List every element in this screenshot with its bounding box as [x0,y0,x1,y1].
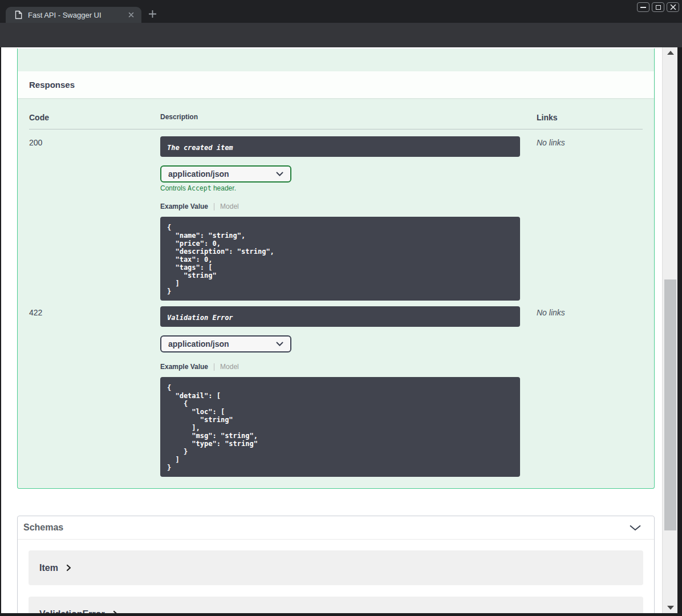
col-header-description: Description [160,113,537,122]
tab-example-value[interactable]: Example Value [160,363,208,371]
scrollbar[interactable] [662,47,677,613]
media-type-select-422[interactable]: application/json [160,335,291,352]
schemas-title: Schemas [23,522,63,533]
responses-title: Responses [29,80,75,90]
tab-example-value[interactable]: Example Value [160,202,208,210]
scroll-up-icon[interactable] [667,51,674,55]
schema-item-card[interactable]: Item [29,550,643,585]
col-header-code: Code [29,113,160,122]
media-type-select-wrap: application/json [160,335,291,352]
new-tab-button[interactable] [148,10,157,18]
tab-model[interactable]: Model [220,202,239,210]
close-button[interactable] [667,2,679,12]
responses-table-header: Code Description Links [29,98,643,129]
window-edge-bottom [0,613,682,616]
links-value: No links [537,306,643,477]
response-description-block: Validation Error [160,306,520,327]
scrollbar-thumb[interactable] [664,279,676,530]
example-model-tabs: Example Value Model [160,363,537,371]
window-controls [637,2,679,12]
scroll-down-icon[interactable] [667,606,674,610]
example-json-200: { "name": "string", "price": 0, "descrip… [160,217,520,301]
tab-close-icon[interactable] [127,10,136,19]
chevron-down-icon[interactable] [629,525,642,531]
response-description-block: The created item [160,136,520,157]
maximize-button[interactable] [652,2,664,12]
schemas-header[interactable]: Schemas [18,516,654,540]
window-edge-right [677,47,682,616]
status-code: 200 [29,136,160,301]
tab-title: Fast API - Swagger UI [28,11,127,19]
media-type-select-wrap: application/json [160,165,291,183]
window-edge-left [0,47,1,616]
schema-name: Item [39,563,58,573]
schemas-panel: Schemas Item ValidationError [17,516,655,613]
col-header-links: Links [537,113,643,122]
browser-window: Fast API - Swagger UI [0,0,682,616]
controls-accept-hint: Controls Accept header. [160,184,537,192]
status-code: 422 [29,306,160,477]
response-row-200: 200 The created item application/json [29,129,643,301]
tab-divider [214,203,214,210]
chevron-right-icon [66,564,71,572]
responses-panel: Responses Code Description Links 200 The… [17,48,655,489]
tab-divider [214,363,214,371]
browser-tab[interactable]: Fast API - Swagger UI [6,7,141,23]
page-content: Responses Code Description Links 200 The… [1,47,662,613]
links-value: No links [537,136,643,301]
browser-toolbar: 127.0.0.1:8000/docs [0,23,682,47]
responses-header: Responses [18,71,654,98]
titlebar: Fast API - Swagger UI [0,0,682,23]
example-model-tabs: Example Value Model [160,202,537,210]
media-type-select-200[interactable]: application/json [160,165,291,183]
page-favicon-icon [14,10,23,19]
tab-model[interactable]: Model [220,363,239,371]
schema-name: ValidationError [39,609,105,614]
minimize-button[interactable] [637,2,649,12]
response-row-422: 422 Validation Error application/json [29,301,643,477]
example-json-422: { "detail": [ { "loc": [ "string" ], "ms… [160,377,520,477]
schema-validationerror-card[interactable]: ValidationError [29,597,643,613]
